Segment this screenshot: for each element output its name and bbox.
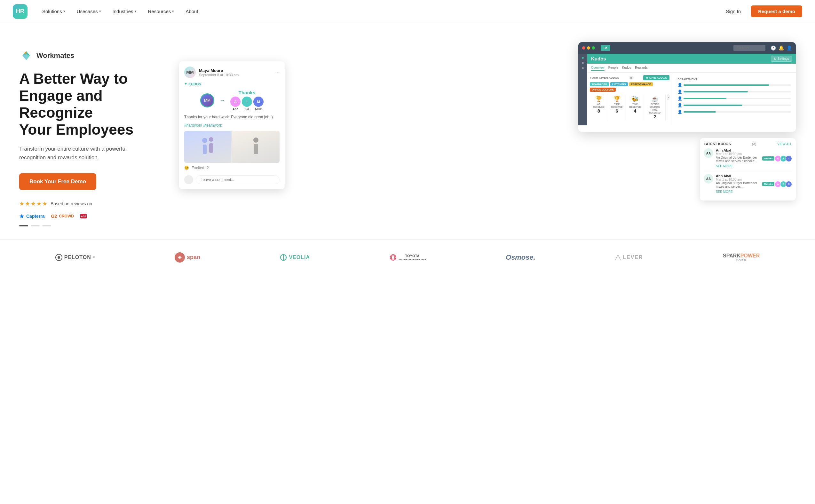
span-logo: span <box>175 252 200 263</box>
stat-time1: 🏆 TIME RECEIVED 6 <box>608 94 626 121</box>
give-kudos-button[interactable]: ★ GIVE KUDOS <box>643 75 670 80</box>
nav-links: Solutions ▾ Usecases ▾ Industries ▾ Reso… <box>38 6 721 17</box>
reaction-count: 2 <box>207 166 209 170</box>
star-rating: ★★★★★ <box>19 200 48 207</box>
stat-time2-label: TIME RECEIVED <box>629 103 641 108</box>
dept-bar-bg-4 <box>684 105 791 106</box>
kudos-right-col: DEPARTMENT 👤 👤 <box>672 73 796 125</box>
svg-point-7 <box>253 138 258 143</box>
dept-bar-1 <box>684 84 769 86</box>
post-sender: MM <box>200 93 214 107</box>
thanks-badge-1: Thanks <box>762 156 774 161</box>
lk-badge-avatars-2: Thanks A S C <box>762 174 792 194</box>
search-input[interactable] <box>733 45 765 51</box>
hero-logo-text: Workmates <box>36 51 74 60</box>
stat-ae: 🏆 AE RECEIVED 8 <box>590 94 608 121</box>
kudos-stats: 🏆 AE RECEIVED 8 🏆 TIME RECEIVED 6 <box>590 94 669 121</box>
nav-about[interactable]: About <box>181 6 202 17</box>
nav-usecases[interactable]: Usecases ▾ <box>72 6 106 17</box>
latest-kudos-title: LATEST KUDOS <box>704 142 731 146</box>
dept-row-2: 👤 <box>677 90 791 94</box>
latest-kudos-count: (3) <box>752 142 756 146</box>
tab-people[interactable]: People <box>608 65 618 71</box>
see-more-1[interactable]: SEE MORE <box>716 164 733 168</box>
sign-in-button[interactable]: Sign In <box>721 6 746 17</box>
sidebar-dot-3 <box>582 67 584 69</box>
teamwork-tag[interactable]: TEAMWORK <box>590 82 609 86</box>
svg-rect-8 <box>254 144 258 154</box>
latest-kudos-item-2: AA Ann Abal Mar 1 at 10:00 am An Origina… <box>704 174 792 197</box>
svg-point-5 <box>209 137 213 142</box>
thanks-badge-2: Thanks <box>762 182 774 186</box>
dept-bar-bg-5 <box>684 111 791 113</box>
clock-icon: 🕐 <box>771 45 776 51</box>
trophy-icon-2: 🏆 <box>611 96 623 103</box>
kudos-icon-label: ✦ KUDOS <box>184 82 280 86</box>
reaction-label: Excited <box>192 166 204 170</box>
capterra-badge: Capterra <box>19 214 45 219</box>
lk-badge-avatars-1: Thanks A S C <box>762 148 792 169</box>
office-culture-tag[interactable]: OFFICE CULTURE <box>590 88 616 92</box>
hero-left: Workmates A Better Way to Engage and Rec… <box>19 42 173 226</box>
lk-avatar-1: AA <box>704 148 713 158</box>
department-section: DEPARTMENT 👤 👤 <box>675 75 793 118</box>
book-demo-button[interactable]: Book Your Free Demo <box>19 173 96 190</box>
tab-kudos[interactable]: Kudos <box>622 65 631 71</box>
tab-overview[interactable]: Overview <box>591 65 605 71</box>
dept-icon-5: 👤 <box>677 110 682 114</box>
performance-tag[interactable]: PERFORMANCE <box>629 82 653 86</box>
listening-tag[interactable]: LISTENING <box>610 82 628 86</box>
pagination-dot-1[interactable] <box>19 225 28 226</box>
nav-industries[interactable]: Industries ▾ <box>108 6 141 17</box>
app-titlebar: HR 🕐 🔔 👤 <box>578 42 796 54</box>
next-arrow-button[interactable]: › <box>667 94 669 100</box>
veolia-logo: VEOLIA <box>280 254 310 261</box>
stat-ae-count: 8 <box>593 108 605 114</box>
post-user-info: Maya Moore September 8 at 10:33 am <box>199 68 239 77</box>
comment-input[interactable] <box>196 175 280 184</box>
lk-desc-2: An Original Burger Bartender mixes and s… <box>716 181 760 188</box>
ana-avatar: A <box>230 97 241 107</box>
ana-name: Ana <box>230 107 241 111</box>
hero-heading: A Better Way to Engage and Recognize You… <box>19 70 173 138</box>
svg-marker-16 <box>615 255 621 260</box>
kudos-left-col: YOUR GIVEN KUDOS 8 ★ GIVE KUDOS TEAMWORK… <box>587 73 672 125</box>
nav-resources[interactable]: Resources ▾ <box>144 6 179 17</box>
request-demo-button[interactable]: Request a demo <box>751 5 802 17</box>
post-message: Thanks for your hard work. Everyone did … <box>184 115 280 119</box>
reviews-text: Based on reviews on <box>51 201 92 206</box>
lever-logo: LEVER <box>615 255 643 260</box>
post-menu-icon[interactable]: ··· <box>275 69 280 75</box>
nav-solutions[interactable]: Solutions ▾ <box>38 6 70 17</box>
dept-label: DEPARTMENT <box>677 78 791 81</box>
user-avatar-icon: 👤 <box>787 45 792 51</box>
lk-time-1: Mar 1 at 10:00 am <box>716 152 760 156</box>
recipients-area: MM → Thanks A Ana I Iva <box>184 90 280 111</box>
stat-time1-count: 6 <box>611 108 623 114</box>
nav-logo[interactable]: HR <box>13 4 28 19</box>
hero-section: Workmates A Better Way to Engage and Rec… <box>0 23 815 239</box>
workmates-logo-icon <box>19 49 33 63</box>
view-all-button[interactable]: VIEW ALL <box>777 142 792 146</box>
post-date: September 8 at 10:33 am <box>199 73 239 77</box>
tab-rewards[interactable]: Rewards <box>635 65 647 71</box>
settings-button[interactable]: ⚙ Settings <box>771 56 792 62</box>
thanks-label: Thanks <box>230 90 264 95</box>
category-tags: TEAMWORK LISTENING PERFORMANCE OFFICE CU… <box>590 82 669 92</box>
adp-badge: ADP <box>80 214 87 218</box>
chevron-down-icon: ▾ <box>135 9 137 13</box>
given-label: YOUR GIVEN KUDOS <box>590 76 619 79</box>
pagination-dot-2[interactable] <box>31 225 40 226</box>
arrow-icon: → <box>219 97 225 104</box>
given-kudos-row: YOUR GIVEN KUDOS 8 ★ GIVE KUDOS <box>590 75 669 80</box>
chevron-down-icon: ▾ <box>172 9 174 13</box>
sparkpower-logo: SPARKPOWER CORP <box>723 253 760 262</box>
svg-point-10 <box>58 256 60 259</box>
post-card-header: MM Maya Moore September 8 at 10:33 am ··… <box>184 67 280 78</box>
pagination-dot-3[interactable] <box>42 225 51 226</box>
see-more-2[interactable]: SEE MORE <box>716 190 733 193</box>
dept-icon-1: 👤 <box>677 83 682 87</box>
stat-time2-count: 4 <box>629 108 641 114</box>
bell-icon: 🔔 <box>779 45 784 51</box>
sender-avatar: MM <box>200 93 214 107</box>
